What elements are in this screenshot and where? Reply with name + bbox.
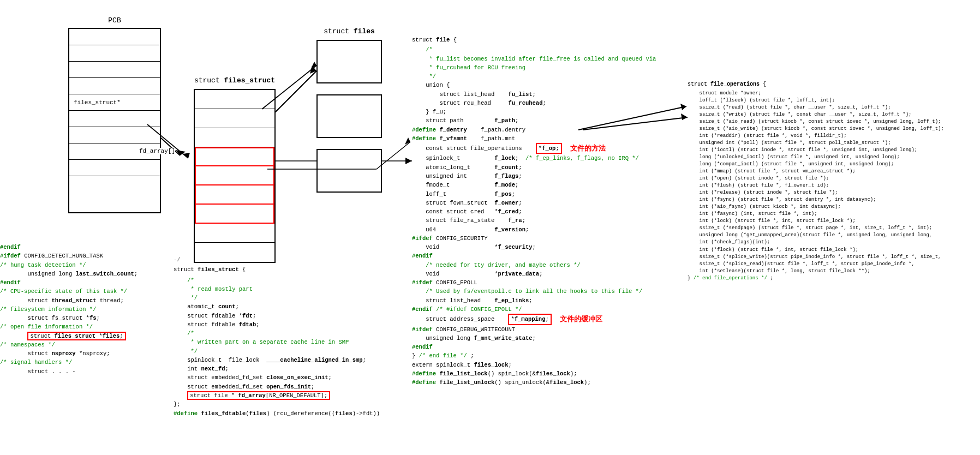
code-line: struct fdtable fdtab; [174,320,375,329]
code-line: unsigned long last_switch_count; [0,270,169,278]
code-line: /* Used by fs/eventpoll.c to link all th… [412,287,679,296]
files-struct-diagram: struct files_struct fd_array[] [180,76,289,263]
code-line: int (*setlease)(struct file *, long, str… [688,268,977,275]
code-line: /* open file information */ [0,322,169,331]
code-line: * fu_rcuhead for RCU freeing [412,63,679,72]
code-line: * written part on a separate cache line … [174,338,375,346]
code-line: struct list_head f_ep_links; [412,296,679,305]
code-line: int (*flush) (struct file *, fl_owner_t … [688,182,977,189]
files-box-1 [316,40,382,83]
pcb-box: files_struct* [68,28,161,213]
highlight-files-struct: struct files_struct *files; [27,332,126,340]
code-line: } /* end file_operations */ ; [688,275,977,282]
fd-array-label: fd_array[] [139,148,175,154]
code-line: ssize_t (*read) (struct file *, char __u… [688,104,977,111]
left-code: #endif #ifdef CONFIG_DETECT_HUNG_TASK /*… [0,243,169,376]
code-line: /* CPU-specific state of this task */ [0,287,169,296]
code-line: #endif [412,252,679,260]
code-line: spinlock_t file_lock ____cacheline_align… [174,356,375,364]
code-line: unsigned int (*poll) (struct file *, str… [688,140,977,147]
code-line: int (*fasync) (int, struct file *, int); [688,211,977,218]
code-line: #endif [0,243,169,252]
code-line: atomic_long_t f_count; [412,163,679,172]
code-line: extern spinlock_t files_lock; [412,361,679,369]
code-line: ssize_t (*write) (struct file *, const c… [688,111,977,118]
right-code: struct file_operations { struct module *… [688,81,977,282]
code-line: }; [174,400,375,409]
code-line: #ifdef CONFIG_EPOLL [412,278,679,287]
code-line: int (*ioctl) (struct inode *, struct fil… [688,147,977,154]
main-code: struct file { /* * fu_list becomes inval… [412,35,679,387]
files-box-2 [316,94,382,138]
code-line: int (*mmap) (struct file *, struct vm_ar… [688,168,977,175]
code-line: * read mostly part [174,285,375,294]
code-line: fmode_t f_mode; [412,181,679,189]
right-struct-title: struct file_operations { [688,81,977,89]
code-line: const struct cred *f_cred; [412,207,679,216]
code-line: struct file_ra_state f_ra; [412,216,679,225]
middle-code-label: -/ [174,255,375,264]
code-line: ssize_t (*aio_write) (struct kiocb *, co… [688,125,977,133]
code-line: int (*fsync) (struct file *, struct dent… [688,196,977,203]
code-line: struct fdtable *fdt; [174,312,375,320]
code-line: int (*aio_fsync) (struct kiocb *, int da… [688,203,977,211]
code-line: struct rcu_head fu_rcuhead; [412,99,679,107]
code-line: int (*lock) (struct file *, int, struct … [688,218,977,225]
code-line: /* signal handlers */ [0,358,169,367]
code-line: ssize_t (*splice_read)(struct file *, lo… [688,261,977,268]
code-line: u64 f_version; [412,225,679,234]
code-line: unsigned long (*get_unmapped_area)(struc… [688,232,977,239]
code-line: * fu_list becomes invalid after file_fre… [412,55,679,63]
fop-annotation: 文件的方法 [570,143,606,154]
files-box-3 [316,149,382,193]
code-line: /* filesystem information */ [0,305,169,314]
code-line: */ [174,294,375,302]
pcb-files-label: files_struct* [74,99,121,106]
code-line: struct list_head fu_list; [412,90,679,99]
code-line: #endif [412,343,679,351]
fop-highlight: *f_op; [536,143,562,154]
code-line: struct fown_struct f_owner; [412,199,679,207]
code-line: /* hung task detection */ [0,261,169,270]
code-line: struct thread_struct thread; [0,296,169,305]
code-line: struct fs_struct *fs; [0,314,169,322]
code-line: /* [174,276,375,285]
code-line: union { [412,81,679,89]
code-line: struct path f_path; [412,116,679,125]
code-line: struct address_space *f_mapping; 文件的缓冲区 [412,314,679,325]
code-line: void *f_security; [412,243,679,252]
code-line: /* namespaces */ [0,340,169,349]
code-line: #endif /* #ifdef CONFIG_EPOLL */ [412,305,679,314]
code-line: #define files_fdtable(files) (rcu_derefe… [174,409,375,418]
files-struct-diagram-label: struct files_struct [180,76,289,85]
code-line: unsigned int f_flags; [412,172,679,181]
code-line: #endif [0,278,169,287]
code-line: #ifdef CONFIG_DETECT_HUNG_TASK [0,252,169,260]
code-line: /* needed for tty driver, and maybe othe… [412,261,679,270]
code-line: struct file * fd_array[NR_OPEN_DEFAULT]; [174,391,375,400]
code-line: struct . . . - [0,367,169,376]
files-struct-box [194,89,276,263]
code-line: ssize_t (*aio_read) (struct kiocb *, con… [688,118,977,125]
files-column: struct files [316,27,382,203]
code-line: struct embedded_fd_set close_on_exec_ini… [174,373,375,382]
code-line: ssize_t (*sendpage) (struct file *, stru… [688,225,977,232]
code-line: struct nsproxy *nsproxy; [0,349,169,358]
code-line: } f_u; [412,107,679,116]
code-line: */ [412,72,679,81]
code-line: const struct file_operations *f_op; 文件的方… [412,143,679,154]
main-struct-title: struct file { [412,35,679,44]
code-line: loff_t (*llseek) (struct file *, loff_t,… [688,97,977,104]
code-line: unsigned long f_mnt_write_state; [412,334,679,343]
middle-code: -/ struct files_struct { /* * read mostl… [174,255,375,418]
middle-struct-title: struct files_struct { [174,265,375,274]
code-line: struct embedded_fd_set open_fds_init; [174,382,375,391]
code-line: #define f_dentry f_path.dentry [412,125,679,134]
code-line: #ifdef CONFIG_SECURITY [412,234,679,243]
fmapping-annotation: 文件的缓冲区 [560,314,602,325]
fd-array-highlight-code: struct file * fd_array[NR_OPEN_DEFAULT]; [187,391,330,400]
code-line: long (*unlocked_ioctl) (struct file *, u… [688,154,977,161]
code-line: #define file_list_unlock() spin_unlock(&… [412,378,679,387]
code-line: int (*flock) (struct file *, int, struct… [688,247,977,254]
pcb-section: PCB files_struct* [55,16,175,213]
